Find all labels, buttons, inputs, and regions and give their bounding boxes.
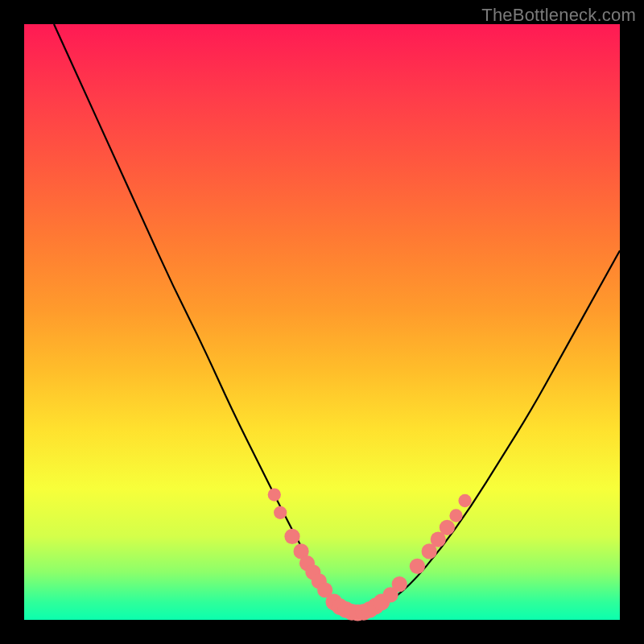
curve-markers [268, 488, 472, 621]
curve-marker [440, 520, 455, 535]
watermark-text: TheBottleneck.com [481, 5, 636, 26]
curve-marker [410, 559, 425, 574]
curve-marker [268, 488, 281, 501]
chart-svg [24, 24, 620, 620]
curve-marker [458, 494, 471, 507]
curve-marker [274, 506, 287, 519]
plot-area [24, 24, 620, 620]
curve-marker [284, 529, 299, 544]
bottleneck-curve [54, 24, 620, 614]
curve-marker [449, 509, 462, 522]
curve-marker [392, 576, 407, 592]
chart-frame: TheBottleneck.com [0, 0, 644, 644]
